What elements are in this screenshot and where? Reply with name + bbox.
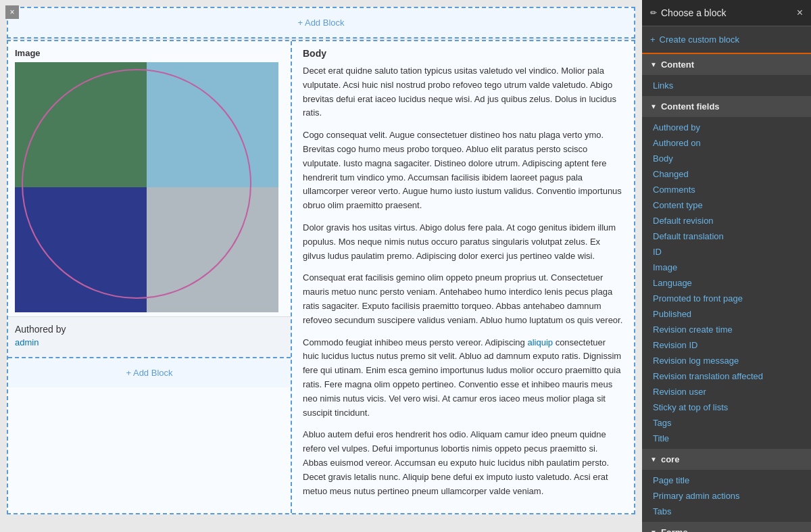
section-content-fields-label: Content fields <box>661 101 720 112</box>
sidebar-item-revision-id[interactable]: Revision ID <box>642 337 811 353</box>
image-quad-bottom-left <box>15 187 147 312</box>
body-para-1: Decet erat quidne saluto tation typicus … <box>303 64 623 120</box>
section-content-fields: ▼ Content fields Authored by Authored on… <box>642 96 811 449</box>
sidebar-item-authored-by[interactable]: Authored by <box>642 120 811 135</box>
create-custom-block-label: Create custom block <box>660 34 740 45</box>
right-block: Body Decet erat quidne saluto tation typ… <box>292 41 634 513</box>
section-content-label: Content <box>661 59 694 70</box>
sidebar-header-title: ✏ Choose a block <box>650 7 727 18</box>
section-core-items: Page title Primary admin actions Tabs <box>642 470 811 522</box>
image-display <box>15 62 278 312</box>
sidebar-close-button[interactable]: × <box>797 7 803 19</box>
section-forms: ▼ Forms Search form User login <box>642 522 811 532</box>
image-label: Image <box>15 48 284 58</box>
sidebar-item-revision-create-time[interactable]: Revision create time <box>642 322 811 337</box>
sidebar-item-promoted[interactable]: Promoted to front page <box>642 291 811 306</box>
section-content-items: Links <box>642 75 811 96</box>
sidebar-item-sticky[interactable]: Sticky at top of lists <box>642 400 811 415</box>
sidebar-title-text: Choose a block <box>661 7 727 18</box>
main-close-button[interactable]: × <box>5 5 19 19</box>
sidebar-item-revision-translation-affected[interactable]: Revision translation affected <box>642 368 811 384</box>
add-block-top-label: + Add Block <box>297 18 344 28</box>
add-block-top[interactable]: + Add Block <box>7 7 635 39</box>
image-quad-top-right <box>147 62 278 187</box>
image-quadrants <box>15 62 278 312</box>
sidebar-item-language[interactable]: Language <box>642 275 811 291</box>
arrow-icon-core: ▼ <box>650 456 657 463</box>
sidebar-item-revision-user[interactable]: Revision user <box>642 384 811 400</box>
sidebar-item-comments[interactable]: Comments <box>642 182 811 197</box>
sidebar-item-published[interactable]: Published <box>642 306 811 322</box>
section-core-label: core <box>661 454 679 464</box>
sidebar-item-body[interactable]: Body <box>642 151 811 166</box>
sidebar: ✏ Choose a block × + Create custom block… <box>642 0 811 532</box>
add-block-bottom[interactable]: + Add Block <box>8 357 291 387</box>
main-area: × + Add Block Image Auth <box>0 0 642 532</box>
section-content: ▼ Content Links <box>642 54 811 96</box>
sidebar-item-content-type[interactable]: Content type <box>642 197 811 213</box>
sidebar-item-page-title[interactable]: Page title <box>642 473 811 488</box>
sidebar-item-authored-on[interactable]: Authored on <box>642 135 811 151</box>
create-custom-block-link[interactable]: + Create custom block <box>642 26 811 54</box>
body-label: Body <box>303 48 623 59</box>
sidebar-item-tabs[interactable]: Tabs <box>642 504 811 519</box>
arrow-icon-content: ▼ <box>650 61 657 68</box>
section-content-fields-items: Authored by Authored on Body Changed Com… <box>642 117 811 449</box>
sidebar-item-default-revision[interactable]: Default revision <box>642 213 811 228</box>
sidebar-item-primary-admin-actions[interactable]: Primary admin actions <box>642 488 811 504</box>
sidebar-item-tags[interactable]: Tags <box>642 415 811 431</box>
image-quad-bottom-right <box>147 187 278 312</box>
body-para-3: Dolor gravis hos usitas virtus. Abigo do… <box>303 221 623 263</box>
pencil-icon: ✏ <box>650 8 657 18</box>
plus-icon: + <box>650 34 656 45</box>
body-para-6: Abluo autem defui eros hendrerit hos odi… <box>303 428 623 498</box>
sidebar-item-links[interactable]: Links <box>642 78 811 93</box>
sidebar-item-id[interactable]: ID <box>642 244 811 260</box>
section-content-fields-header[interactable]: ▼ Content fields <box>642 96 811 117</box>
body-para-5: Commodo feugiat inhibeo meus persto vere… <box>303 336 623 420</box>
sidebar-item-revision-log-message[interactable]: Revision log message <box>642 353 811 368</box>
section-forms-label: Forms <box>661 527 688 532</box>
section-core-header[interactable]: ▼ core <box>642 449 811 470</box>
sidebar-close-icon: × <box>797 7 803 18</box>
section-core: ▼ core Page title Primary admin actions … <box>642 449 811 522</box>
authored-label: Authored by <box>15 324 284 335</box>
image-section: Image <box>8 41 291 316</box>
sidebar-item-changed[interactable]: Changed <box>642 166 811 182</box>
sidebar-header: ✏ Choose a block × <box>642 0 811 26</box>
authored-link[interactable]: admin <box>15 337 39 347</box>
section-forms-header[interactable]: ▼ Forms <box>642 522 811 532</box>
arrow-icon-content-fields: ▼ <box>650 103 657 110</box>
authored-section: Authored by admin <box>8 316 291 357</box>
image-quad-top-left <box>15 62 147 187</box>
body-para-4: Consequat erat facilisis gemino olim opp… <box>303 271 623 327</box>
sidebar-item-default-translation[interactable]: Default translation <box>642 228 811 244</box>
add-block-bottom-label: + Add Block <box>126 368 172 378</box>
arrow-icon-forms: ▼ <box>650 529 657 532</box>
section-content-header[interactable]: ▼ Content <box>642 54 811 75</box>
content-row: Image Authored by admin + Add Block <box>7 40 635 514</box>
sidebar-item-image[interactable]: Image <box>642 260 811 275</box>
left-block: Image Authored by admin + Add Block <box>8 41 292 513</box>
body-para-2: Cogo consequat velit. Augue consectetuer… <box>303 128 623 213</box>
close-icon: × <box>9 7 14 17</box>
body-link-aliquip[interactable]: aliquip <box>527 337 553 347</box>
sidebar-item-title[interactable]: Title <box>642 431 811 446</box>
